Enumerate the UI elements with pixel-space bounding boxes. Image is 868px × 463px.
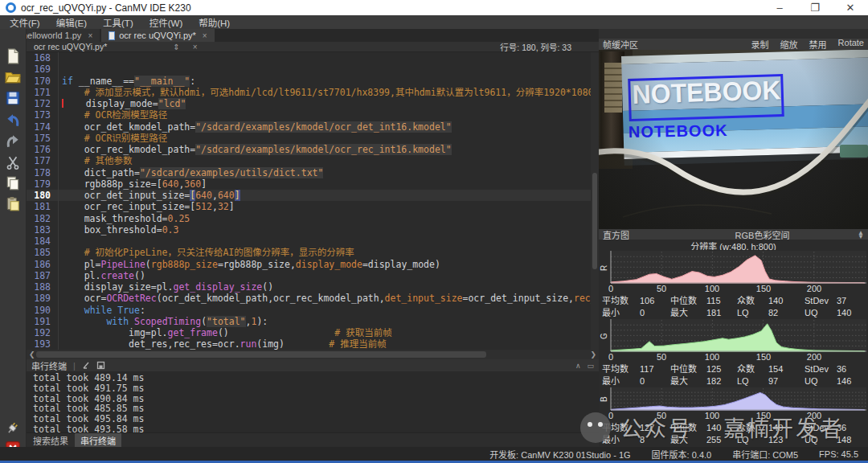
panel-tab[interactable]: 串行终端 bbox=[75, 433, 121, 448]
code-line[interactable]: 192 img=pl.get_frame() # 获取当前帧 bbox=[27, 327, 599, 338]
histogram-panel: R050100150200平均数106中位数115众数140StDev37最小0… bbox=[599, 250, 868, 447]
code-line[interactable]: 184 bbox=[27, 236, 599, 247]
stat-value: 255 bbox=[706, 434, 737, 446]
new-file-icon[interactable] bbox=[5, 48, 21, 64]
spinner-arrows-icon[interactable]: ▲▼ bbox=[858, 231, 864, 239]
line-number: 187 bbox=[27, 270, 59, 281]
stat-label: LQ bbox=[737, 307, 768, 319]
menu-item[interactable]: 编辑(E) bbox=[56, 16, 87, 29]
code-line[interactable]: 172 display_mode="lcd" bbox=[27, 98, 599, 109]
code-line[interactable]: 173 # OCR检测模型路径 bbox=[27, 109, 599, 121]
code-line[interactable]: 183 box_threshold=0.3 bbox=[27, 224, 599, 236]
close-pane-icon[interactable]: × bbox=[193, 43, 198, 51]
line-number: 193 bbox=[27, 338, 59, 350]
scroll-right-icon[interactable]: ❯ bbox=[590, 350, 596, 359]
menu-bar: 文件(F)编辑(E)工具(T)控件(W)帮助(H) bbox=[0, 15, 868, 29]
editor-vertical-scrollbar[interactable] bbox=[591, 52, 599, 350]
scrollbar-thumb[interactable] bbox=[592, 173, 597, 269]
framebuffer-action-禁用[interactable]: 禁用 bbox=[809, 38, 827, 51]
code-text: display_size=pl.get_display_size() bbox=[59, 281, 273, 293]
scroll-left-icon[interactable]: ❮ bbox=[29, 350, 35, 359]
code-line[interactable]: 177 # 其他参数 bbox=[27, 155, 599, 166]
line-number: 182 bbox=[27, 213, 59, 224]
close-tab-icon[interactable]: × bbox=[88, 31, 92, 40]
code-line[interactable]: 175 # OCR识别模型路径 bbox=[27, 133, 599, 144]
stat-value: 36 bbox=[837, 422, 868, 434]
code-line[interactable]: 181 ocr_rec_input_size=[512,32] bbox=[27, 201, 599, 212]
code-editor[interactable]: 168169170if __name__=="__main__":171 # 添… bbox=[27, 52, 599, 350]
code-line[interactable]: 174 ocr_det_kmodel_path="/sdcard/example… bbox=[27, 121, 599, 133]
code-line[interactable]: 170if __name__=="__main__": bbox=[27, 76, 599, 87]
code-text bbox=[59, 236, 62, 247]
code-line[interactable]: 171 # 添加显示模式，默认hdmi，可选hdmi/lcd/lt9611/st… bbox=[27, 87, 599, 98]
code-line[interactable]: 180 ocr_det_input_size=[640,640] bbox=[27, 190, 599, 201]
save-log-icon[interactable] bbox=[96, 361, 105, 370]
code-line[interactable]: 189 ocr=OCRDetRec(ocr_det_kmodel_path,oc… bbox=[27, 293, 599, 304]
code-line[interactable]: 178 dict_path="/sdcard/examples/utils/di… bbox=[27, 167, 599, 178]
tick-label: 150 bbox=[756, 352, 771, 362]
file-icon bbox=[108, 31, 115, 40]
split-pane-icon[interactable]: ⇕ bbox=[173, 43, 179, 51]
clear-terminal-icon[interactable] bbox=[82, 361, 91, 370]
save-icon[interactable] bbox=[5, 90, 21, 106]
stat-label: 最小 bbox=[602, 307, 640, 319]
code-line[interactable]: 168 bbox=[27, 52, 599, 64]
framebuffer-action-缩放[interactable]: 缩放 bbox=[780, 38, 798, 51]
panel-layout-icon[interactable]: ▭ bbox=[587, 362, 594, 370]
code-line[interactable]: 191 with ScopedTiming("total",1): bbox=[27, 316, 599, 327]
stat-label: 中位数 bbox=[670, 363, 706, 375]
scrollbar-thumb[interactable] bbox=[36, 351, 486, 358]
open-folder-icon[interactable] bbox=[5, 69, 21, 85]
minimize-button[interactable]: – bbox=[762, 0, 797, 15]
line-number: 181 bbox=[27, 201, 59, 212]
tick-label: 100 bbox=[705, 352, 719, 362]
panel-tab[interactable]: 搜索结果 bbox=[33, 434, 68, 447]
framebuffer-action-录制[interactable]: 录制 bbox=[751, 38, 769, 51]
stat-value: 97 bbox=[768, 375, 805, 387]
cut-icon[interactable] bbox=[5, 154, 21, 170]
stat-label: 平均数 bbox=[602, 422, 640, 434]
tick-label: 200 bbox=[807, 411, 821, 420]
code-line[interactable]: 187 pl.create() bbox=[27, 270, 599, 281]
code-line[interactable]: 186 pl=PipeLine(rgb888p_size=rgb888p_siz… bbox=[27, 259, 599, 270]
code-line[interactable]: 176 ocr_rec_kmodel_path="/sdcard/example… bbox=[27, 144, 599, 155]
status-item: 固件版本: 0.4.0 bbox=[652, 448, 712, 461]
stat-label: StDev bbox=[805, 363, 837, 375]
code-line[interactable]: 182 mask_threshold=0.25 bbox=[27, 213, 599, 224]
connect-icon[interactable] bbox=[5, 420, 21, 436]
code-line[interactable]: 190 while True: bbox=[27, 305, 599, 316]
stat-label: StDev bbox=[805, 295, 837, 307]
menu-item[interactable]: 帮助(H) bbox=[199, 16, 230, 29]
menu-item[interactable]: 工具(T) bbox=[103, 16, 133, 29]
editor-tab[interactable]: ocr rec uQVQYi.py*× bbox=[101, 29, 214, 42]
code-line[interactable]: 185 # 初始化PipeLine，只关注传给AI的图像分辨率，显示的分辨率 bbox=[27, 247, 599, 258]
cursor-position: 行号: 180, 列号: 33 bbox=[500, 41, 571, 53]
menu-item[interactable]: 文件(F) bbox=[10, 16, 40, 29]
framebuffer-action-Rotate[interactable]: Rotate bbox=[838, 38, 864, 51]
camera-preview: NOTEBOOK NOTEBOOK bbox=[599, 50, 868, 229]
code-line[interactable]: 188 display_size=pl.get_display_size() bbox=[27, 281, 599, 293]
editor-horizontal-scrollbar[interactable]: ❮ ❯ bbox=[27, 350, 599, 359]
line-number: 189 bbox=[27, 293, 59, 304]
stat-value: 154 bbox=[768, 363, 805, 375]
code-text: ocr=OCRDetRec(ocr_det_kmodel_path,ocr_re… bbox=[59, 293, 599, 304]
close-tab-icon[interactable]: × bbox=[203, 31, 207, 40]
code-line[interactable]: 193 det_res,rec_res=ocr.run(img) # 推理当前帧 bbox=[27, 338, 599, 350]
channel-stats-row: 平均数117中位数125众数154StDev36 bbox=[599, 363, 868, 375]
terminal-output[interactable]: total took 489.14 mstotal took 491.75 ms… bbox=[27, 371, 599, 432]
editor-pane-header: ocr rec uQVQYi.py* ⇕ × 行号: 180, 列号: 33 bbox=[27, 42, 599, 52]
close-button[interactable]: ✕ bbox=[833, 0, 868, 15]
channel-stats-row: 平均数106中位数115众数140StDev37 bbox=[599, 295, 868, 307]
code-line[interactable]: 179 rgb888p_size=[640,360] bbox=[27, 178, 599, 190]
code-text: # 添加显示模式，默认hdmi，可选hdmi/lcd/lt9611/st7701… bbox=[59, 87, 599, 98]
undo-icon[interactable] bbox=[5, 113, 21, 129]
paste-icon[interactable] bbox=[5, 196, 21, 212]
line-number: 179 bbox=[27, 178, 59, 190]
collapse-panel-icon[interactable]: ∧ bbox=[575, 362, 581, 370]
code-line[interactable]: 169 bbox=[27, 64, 599, 75]
copy-icon[interactable] bbox=[5, 175, 21, 191]
restore-button[interactable]: ❐ bbox=[797, 0, 833, 15]
redo-icon[interactable] bbox=[5, 133, 21, 150]
line-number: 183 bbox=[27, 224, 59, 236]
menu-item[interactable]: 控件(W) bbox=[149, 16, 183, 29]
